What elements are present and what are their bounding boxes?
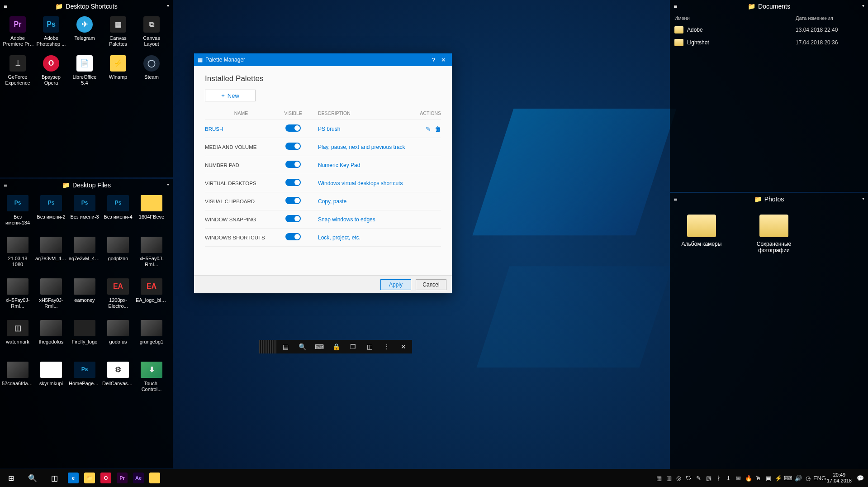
language-indicator[interactable]: ENG [813, 475, 823, 482]
file-item[interactable]: godplzno [101, 235, 135, 277]
file-item[interactable]: eamoney [68, 277, 101, 318]
palette-row[interactable]: WINDOW SNAPPINGSnap windows to edges [205, 210, 441, 229]
start-button[interactable]: ⊞ [0, 469, 22, 487]
floating-toolbar[interactable]: ▤🔍⌨🔒❐◫⋮✕ [259, 340, 412, 353]
toolbar-button[interactable]: ⌨ [311, 343, 328, 350]
taskbar-app[interactable]: O [98, 469, 114, 487]
document-row[interactable]: Lightshot17.04.2018 20:36 [670, 36, 868, 49]
visibility-toggle[interactable] [285, 215, 301, 222]
file-item[interactable]: grungebg1 [135, 318, 168, 360]
file-item[interactable]: PsБез имени-4 [101, 193, 135, 235]
taskbar-app[interactable]: e [65, 469, 81, 487]
tray-icon[interactable]: ▦ [654, 475, 664, 482]
toolbar-button[interactable]: ✕ [395, 343, 412, 350]
shortcut-item[interactable]: PsAdobe Photoshop ... [34, 14, 68, 53]
visibility-toggle[interactable] [285, 143, 301, 150]
shortcut-item[interactable]: ◯Steam [135, 53, 168, 92]
tray-icon[interactable]: ✉ [734, 475, 744, 482]
tray-icon[interactable]: 🛡 [684, 475, 694, 482]
visibility-toggle[interactable] [285, 233, 301, 240]
shortcut-item[interactable]: 📄LibreOffice 5.4 [68, 53, 101, 92]
visibility-toggle[interactable] [285, 161, 301, 168]
clock[interactable]: 20:49 17.04.2018 [823, 472, 855, 484]
file-item[interactable]: thegodofus [34, 318, 68, 360]
close-button[interactable]: ✕ [438, 57, 448, 63]
palette-row[interactable]: MEDIA AND VOLUMEPlay, pause, next and pr… [205, 138, 441, 156]
file-item[interactable]: aq7e3vM_460sv [68, 235, 101, 277]
tray-icon[interactable]: ▣ [764, 475, 773, 482]
file-item[interactable]: PsHomePage_H... [68, 360, 101, 401]
file-item[interactable]: aq7e3vM_460sv [34, 235, 68, 277]
notifications-button[interactable]: 💬 [855, 475, 865, 482]
file-item[interactable]: skyrimkupi [34, 360, 68, 401]
column-date[interactable]: Дата изменения [796, 15, 863, 21]
hamburger-icon[interactable]: ≡ [4, 181, 7, 189]
shortcut-item[interactable]: ▦Canvas Palettes [101, 14, 135, 53]
file-item[interactable]: 21.03.18 1080 [1, 235, 34, 277]
file-item[interactable]: godofus [101, 318, 135, 360]
visibility-toggle[interactable] [285, 124, 301, 132]
palette-row[interactable]: WINDOWS SHORTCUTSLock, project, etc. [205, 229, 441, 247]
chevron-down-icon[interactable]: ▾ [862, 196, 864, 201]
file-item[interactable]: 1604FBeve [135, 193, 168, 235]
tray-icon[interactable]: ⌨ [783, 475, 793, 482]
file-item[interactable]: Firefly_logo [68, 318, 101, 360]
taskbar-app[interactable]: Pr [114, 469, 130, 487]
window-titlebar[interactable]: ▦ Palette Manager ? ✕ [194, 53, 452, 66]
file-item[interactable]: PsБез имени-2 [34, 193, 68, 235]
shortcut-item[interactable]: PrAdobe Premiere Pro CC 2018 [1, 14, 34, 53]
file-item[interactable]: PsБез имени-134 [1, 193, 34, 235]
tray-icon[interactable]: ▥ [664, 475, 674, 482]
toolbar-button[interactable]: 🔍 [294, 343, 311, 350]
file-item[interactable]: 52cdaa6fda47... [1, 360, 34, 401]
delete-icon[interactable]: 🗑 [435, 125, 441, 133]
tray-icon[interactable]: 🔊 [793, 475, 803, 482]
file-item[interactable]: xH5Fay0J-RmI... [1, 277, 34, 318]
tray-icon[interactable]: ⚡ [773, 475, 783, 482]
hamburger-icon[interactable]: ≡ [674, 196, 677, 203]
shortcut-item[interactable]: OБраузер Opera [34, 53, 68, 92]
toolbar-button[interactable]: ❐ [345, 343, 361, 350]
file-item[interactable]: PsБез имени-3 [68, 193, 101, 235]
palette-row[interactable]: BRUSHPS brush✎🗑 [205, 120, 441, 138]
edit-icon[interactable]: ✎ [426, 125, 431, 133]
taskbar-app[interactable]: Ae [130, 469, 147, 487]
chevron-down-icon[interactable]: ▾ [167, 3, 169, 8]
visibility-toggle[interactable] [285, 197, 301, 204]
tray-icon[interactable]: ▧ [704, 475, 714, 482]
file-item[interactable]: ⚙DellCanvasUp... [101, 360, 135, 401]
task-view-button[interactable]: ◫ [43, 469, 65, 487]
chevron-down-icon[interactable]: ▾ [167, 182, 169, 187]
tray-icon[interactable]: ᚼ [714, 475, 724, 482]
tray-icon[interactable]: ◎ [674, 475, 684, 482]
tray-icon[interactable]: 🖱 [754, 475, 764, 482]
visibility-toggle[interactable] [285, 179, 301, 186]
toolbar-button[interactable]: 🔒 [328, 343, 345, 350]
grip-handle[interactable] [259, 340, 277, 353]
taskbar-app[interactable] [147, 469, 163, 487]
file-item[interactable]: EA1200px-Electro... [101, 277, 135, 318]
tray-icon[interactable]: ✎ [694, 475, 704, 482]
photo-folder-item[interactable]: Сохраненные фотографии [747, 215, 801, 253]
file-item[interactable]: EAEA_logo_black [135, 277, 168, 318]
toolbar-button[interactable]: ▤ [277, 343, 294, 350]
hamburger-icon[interactable]: ≡ [4, 3, 7, 10]
tray-icon[interactable]: ⬇ [724, 475, 734, 482]
cancel-button[interactable]: Cancel [416, 279, 446, 290]
taskbar-app[interactable]: 📁 [81, 469, 98, 487]
tray-icon[interactable]: 🔥 [744, 475, 754, 482]
palette-row[interactable]: VISUAL CLIPBOARDCopy, paste [205, 192, 441, 210]
file-item[interactable]: xH5Fay0J-RmI... [34, 277, 68, 318]
palette-row[interactable]: VIRTUAL DESKTOPSWindows virtual desktops… [205, 174, 441, 192]
column-name[interactable]: Имени [674, 15, 796, 21]
tray-icon[interactable]: ◷ [803, 475, 813, 482]
toolbar-button[interactable]: ◫ [361, 343, 378, 350]
apply-button[interactable]: Apply [380, 279, 411, 290]
toolbar-button[interactable]: ⋮ [379, 343, 395, 350]
chevron-down-icon[interactable]: ▾ [862, 3, 864, 8]
palette-row[interactable]: NUMBER PADNumeric Key Pad [205, 156, 441, 174]
document-row[interactable]: Adobe13.04.2018 22:40 [670, 24, 868, 36]
shortcut-item[interactable]: ✈Telegram [68, 14, 101, 53]
photo-folder-item[interactable]: Альбом камеры [674, 215, 729, 253]
file-item[interactable]: ◫watermark [1, 318, 34, 360]
